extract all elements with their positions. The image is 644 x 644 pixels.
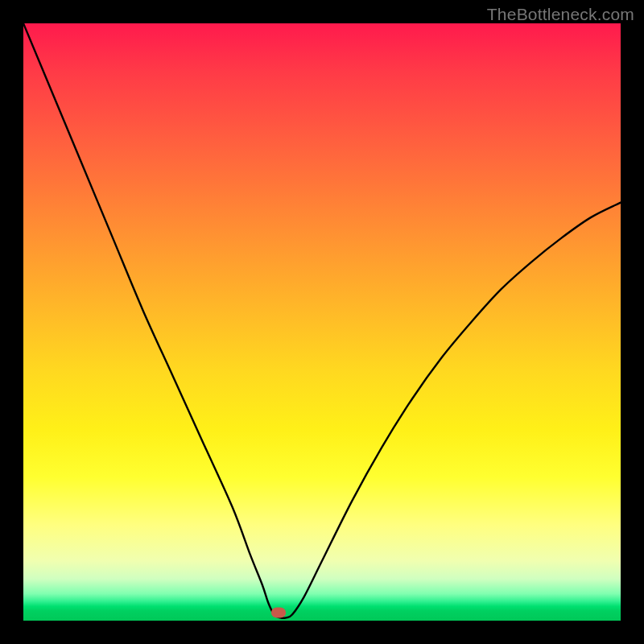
chart-plot-area (23, 23, 621, 621)
bottleneck-curve (23, 23, 621, 621)
optimal-point-marker (271, 607, 286, 617)
watermark-text: TheBottleneck.com (487, 5, 634, 24)
chart-frame: TheBottleneck.com (0, 0, 644, 644)
